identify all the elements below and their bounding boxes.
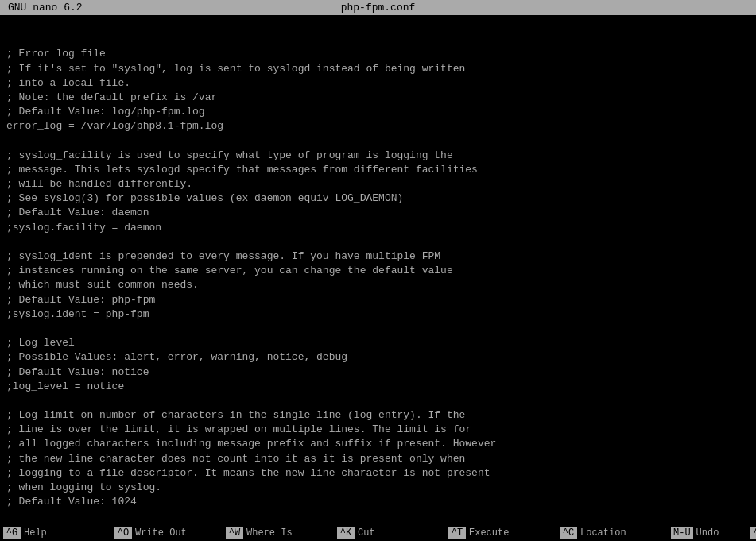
content-line: ; into a local file.	[6, 76, 750, 91]
bottom-item-undo[interactable]: M-UUndo	[668, 527, 747, 539]
content-line: ; Log limit on number of characters in t…	[6, 408, 750, 423]
bottom-key-mu: M-U	[671, 527, 693, 539]
bottom-item[interactable]: ^KCut	[334, 527, 445, 539]
bottom-label-undo: Undo	[696, 527, 719, 539]
file-name: php-fpm.conf	[254, 2, 501, 14]
content-area[interactable]: ; Error log file; If it's set to "syslog…	[0, 15, 756, 525]
content-line: ; the new line character does not count …	[6, 452, 750, 466]
content-line: ; Default Value: 1024	[6, 495, 750, 509]
content-line: ; Log level	[6, 336, 750, 350]
content-line: ; Default Value: php-fpm	[6, 293, 750, 307]
content-line	[6, 235, 750, 249]
content-line: ; message. This lets syslogd specify tha…	[6, 163, 750, 177]
bottom-key: ^G	[3, 527, 21, 539]
content-line	[6, 322, 750, 336]
content-line	[6, 134, 750, 149]
bottom-key: ^O	[114, 527, 132, 539]
bottom-key: ^C	[560, 527, 577, 539]
bottom-label: Cut	[358, 527, 375, 539]
bottom-key: ^T	[448, 527, 466, 539]
content-line: ;syslog.facility = daemon	[6, 221, 750, 235]
bottom-item[interactable]: ^OWrite Out	[111, 527, 223, 539]
bottom-bar: ^GHelp^OWrite Out^WWhere Is^KCut^TExecut…	[0, 525, 756, 541]
content-line: ; logging to a file descriptor. It means…	[6, 466, 750, 481]
app-name: GNU nano 6.2	[8, 2, 254, 14]
content-line: ; Possible Values: alert, error, warning…	[6, 350, 750, 365]
bottom-label: Help	[24, 527, 47, 539]
bottom-label: Location	[580, 527, 626, 539]
content-line: error_log = /var/log/php8.1-fpm.log	[6, 119, 750, 133]
content-line	[6, 394, 750, 408]
bottom-item[interactable]: ^GHelp	[0, 527, 111, 539]
title-bar: GNU nano 6.2 php-fpm.conf	[0, 0, 756, 15]
bottom-row2: ^XExit^RRead File^\Replace^UPaste^JJusti…	[747, 527, 756, 539]
content-line: ; See syslog(3) for possible values (ex …	[6, 191, 750, 206]
content-line: ; which must suit common needs.	[6, 278, 750, 292]
bottom-label: Execute	[469, 527, 509, 539]
content-line: ; syslog_facility is used to specify wha…	[6, 149, 750, 163]
bottom-item[interactable]: ^CLocation	[556, 527, 668, 539]
bottom-key: ^K	[337, 527, 355, 539]
content-line: ;syslog.ident = php-fpm	[6, 307, 750, 322]
content-line: ; line is over the limit, it is wrapped …	[6, 423, 750, 437]
content-line: ; syslog_ident is prepended to every mes…	[6, 249, 750, 264]
bottom-key: ^X	[750, 527, 756, 539]
content-line: ; If it's set to "syslog", log is sent t…	[6, 62, 750, 76]
content-line: ;log_level = notice	[6, 380, 750, 394]
content-line: ; Default Value: daemon	[6, 206, 750, 220]
bottom-item[interactable]: ^TExecute	[445, 527, 556, 539]
bottom-row1: ^GHelp^OWrite Out^WWhere Is^KCut^TExecut…	[0, 527, 747, 539]
bottom-label: Where Is	[246, 527, 293, 539]
content-line: ; all logged characters including messag…	[6, 437, 750, 451]
content-line: ; will be handled differently.	[6, 177, 750, 191]
content-line: ; Default Value: log/php-fpm.log	[6, 105, 750, 119]
bottom-item[interactable]: ^WWhere Is	[223, 527, 334, 539]
bottom-label: Write Out	[135, 527, 187, 539]
content-line: ; instances running on the same server, …	[6, 264, 750, 278]
content-line: ; when logging to syslog.	[6, 481, 750, 495]
app: GNU nano 6.2 php-fpm.conf ; Error log fi…	[0, 0, 756, 541]
content-line: ; Note: the default prefix is /var	[6, 91, 750, 105]
content-line: ; Error log file	[6, 47, 750, 61]
bottom-item[interactable]: ^XExit	[747, 527, 756, 539]
bottom-key: ^W	[226, 527, 243, 539]
content-line: ; Default Value: notice	[6, 365, 750, 380]
